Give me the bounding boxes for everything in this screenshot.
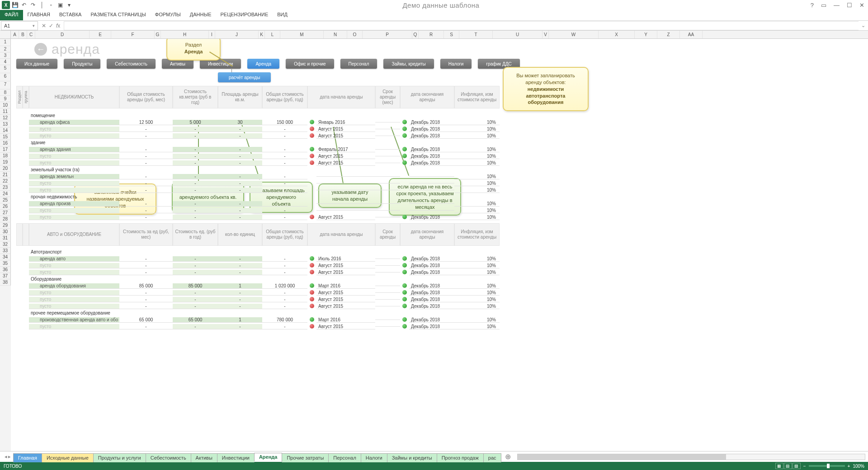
table-row[interactable]: пусто----Август 2015Декабрь 201810% [29, 132, 500, 139]
table-row[interactable]: пусто----Август 2015Декабрь 201810% [29, 323, 500, 330]
row-header[interactable]: 21 [0, 172, 11, 178]
fx-icon[interactable]: fx [56, 23, 60, 29]
close-icon[interactable]: ✕ [858, 2, 866, 9]
select-all-corner[interactable] [0, 31, 11, 38]
sheet-tab[interactable]: Исходные данные [42, 453, 94, 462]
col-header[interactable]: P [363, 31, 412, 38]
nav-button[interactable]: Продукты [64, 59, 100, 69]
row-header[interactable]: 36 [0, 267, 11, 273]
col-header[interactable]: D [35, 31, 90, 38]
row-header[interactable]: 32 [0, 241, 11, 248]
row-header[interactable]: 15 [0, 134, 11, 140]
expand-fbar-icon[interactable]: ⌄ [859, 23, 868, 28]
ribbon-tab-формулы[interactable]: ФОРМУЛЫ [151, 10, 185, 20]
row-header[interactable]: 27 [0, 210, 11, 216]
col-header[interactable]: U [493, 31, 542, 38]
col-header[interactable]: R [419, 31, 444, 38]
row-header[interactable]: 26 [0, 203, 11, 210]
ribbon-tab-файл[interactable]: ФАЙЛ [0, 10, 23, 20]
nav-button[interactable]: Исх.данные [16, 59, 57, 69]
row-header[interactable]: 10 [0, 102, 11, 108]
row-header[interactable]: 23 [0, 184, 11, 191]
col-header[interactable]: J [215, 31, 259, 38]
table-row[interactable]: Оборудование [29, 276, 119, 282]
table-row[interactable]: помещение [29, 112, 119, 119]
row-header[interactable]: 13 [0, 121, 11, 127]
row-header[interactable]: 31 [0, 235, 11, 241]
row-header[interactable]: 19 [0, 159, 11, 165]
view-break-icon[interactable]: ▧ [793, 463, 801, 469]
row-header[interactable]: 9 [0, 96, 11, 102]
table-row[interactable]: пусто----10% [29, 187, 500, 193]
table-row[interactable]: аренда земельн----10% [29, 173, 500, 180]
table-row[interactable]: пусто----Август 2015Декабрь 201810% [29, 214, 500, 221]
row-header[interactable]: 37 [0, 273, 11, 279]
row-header[interactable]: 18 [0, 153, 11, 159]
ribbon-tab-разметка страницы[interactable]: РАЗМЕТКА СТРАНИЦЫ [86, 10, 150, 20]
row-header[interactable]: 5 [0, 65, 11, 73]
col-header[interactable]: E [90, 31, 111, 38]
table-row[interactable]: земельный участок (га) [29, 166, 119, 173]
ribbon-tab-вставка[interactable]: ВСТАВКА [55, 10, 86, 20]
table-row[interactable]: пусто----10% [29, 180, 500, 187]
row-header[interactable]: 16 [0, 140, 11, 146]
tab-last-icon[interactable]: ▸ [8, 454, 11, 460]
sheet-tab[interactable]: Аренда [254, 453, 283, 462]
horizontal-scrollbar[interactable] [517, 454, 865, 460]
zoom-slider[interactable] [809, 465, 845, 467]
table-row[interactable]: прочая недвижимость [29, 193, 119, 200]
row-header[interactable]: 29 [0, 222, 11, 229]
row-header[interactable]: 11 [0, 108, 11, 115]
ribbon-tab-данные[interactable]: ДАННЫЕ [185, 10, 216, 20]
row-header[interactable]: 2 [0, 46, 11, 52]
col-header[interactable]: L [265, 31, 280, 38]
col-header[interactable]: Z [657, 31, 680, 38]
sheet-tab[interactable]: рас [483, 453, 501, 462]
col-header[interactable]: M [280, 31, 324, 38]
table-row[interactable]: пусто----Август 2015Декабрь 201810% [29, 303, 500, 310]
col-header[interactable]: Y [635, 31, 657, 38]
col-header[interactable]: AA [680, 31, 703, 38]
undo-icon[interactable]: ↶ [20, 1, 28, 9]
col-header[interactable]: H [161, 31, 209, 38]
sheet-tab[interactable]: Прочие затраты [282, 453, 329, 462]
ribbon-opts-icon[interactable]: ▭ [819, 2, 828, 9]
table-row[interactable]: пусто----10% [29, 207, 500, 214]
col-header[interactable]: X [599, 31, 635, 38]
col-header[interactable]: B [19, 31, 27, 38]
sheet-tab[interactable]: Активы [191, 453, 217, 462]
table-row[interactable]: производственная аренда авто и обо65 000… [29, 316, 500, 323]
row-header[interactable]: 14 [0, 127, 11, 134]
sheet-tab[interactable]: Прогноз продаж [437, 453, 484, 462]
col-header[interactable]: K [259, 31, 265, 38]
sheet-tab[interactable]: Займы и кредиты [387, 453, 437, 462]
redo-icon[interactable]: ↷ [29, 1, 37, 9]
row-header[interactable]: 12 [0, 115, 11, 121]
back-button[interactable]: ← [34, 43, 47, 56]
table-row[interactable]: пусто----Август 2015Декабрь 201810% [29, 296, 500, 303]
col-header[interactable]: C [27, 31, 35, 38]
nav-button[interactable]: Займы, кредиты [383, 59, 434, 69]
row-header[interactable]: 25 [0, 197, 11, 203]
row-header[interactable]: 34 [0, 254, 11, 260]
table-row[interactable]: пусто----Август 2015Декабрь 201810% [29, 126, 500, 132]
col-header[interactable]: V [542, 31, 549, 38]
table-row[interactable]: прочее перемещаемое оборудование [29, 310, 119, 316]
row-header[interactable]: 3 [0, 52, 11, 59]
col-header[interactable]: O [347, 31, 363, 38]
table-row[interactable]: аренда здания----Февраль 2017Декабрь 201… [29, 146, 500, 153]
table-row[interactable]: пусто----Август 2015Декабрь 201810% [29, 160, 500, 166]
col-header[interactable]: W [549, 31, 599, 38]
sub-button[interactable]: расчёт аренды [218, 72, 271, 82]
table-row[interactable]: аренда произв----10% [29, 200, 500, 207]
row-header[interactable]: 7 [0, 81, 11, 89]
formula-input[interactable] [64, 21, 859, 30]
nav-button[interactable]: Налоги [440, 59, 472, 69]
col-header[interactable]: A [11, 31, 19, 38]
sheet-tab[interactable]: Персонал [328, 453, 361, 462]
new-sheet-button[interactable]: ⊕ [501, 452, 514, 461]
table-row[interactable]: пусто----Август 2015Декабрь 201810% [29, 269, 500, 276]
col-header[interactable]: F [111, 31, 155, 38]
table-row[interactable]: аренда оборудования85 00085 00011 020 00… [29, 282, 500, 289]
row-header[interactable]: 38 [0, 279, 11, 286]
